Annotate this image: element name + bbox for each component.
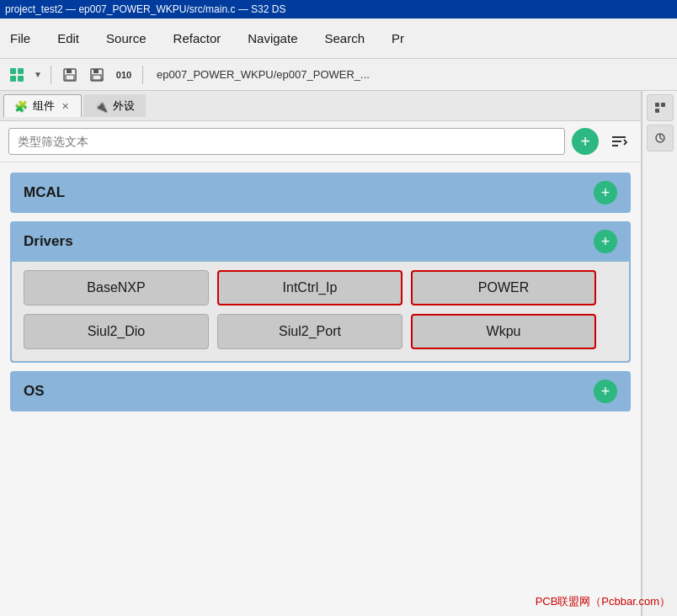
tab-peripherals[interactable]: 🔌 外设 (83, 94, 146, 117)
right-panel-icon-1[interactable] (647, 94, 674, 121)
right-panel (642, 91, 677, 616)
svg-text:+: + (100, 77, 104, 82)
component-siul2-port[interactable]: Siul2_Port (217, 314, 402, 349)
left-panel: 🧩 组件 ✕ 🔌 外设 + (0, 91, 642, 616)
svg-rect-15 (661, 103, 665, 107)
menu-bar: File Edit Source Refactor Navigate Searc… (0, 19, 677, 59)
save-as-icon[interactable]: + (85, 63, 109, 87)
svg-rect-0 (10, 68, 16, 74)
title-bar: project_test2 — ep007_POWER_WKPU/src/mai… (0, 0, 677, 19)
category-mcal-header: MCAL + (10, 173, 631, 213)
category-mcal-add[interactable]: + (594, 181, 617, 204)
menu-search[interactable]: Search (321, 28, 368, 49)
category-os-label: OS (24, 383, 45, 400)
category-os-header: OS + (10, 371, 631, 412)
component-basenxp[interactable]: BaseNXP (24, 270, 209, 305)
category-drivers-label: Drivers (24, 233, 73, 250)
category-drivers-items: BaseNXP IntCtrl_Ip POWER Siul2_Dio Siul2… (12, 262, 629, 361)
menu-pr[interactable]: Pr (388, 28, 408, 49)
component-siul2-dio[interactable]: Siul2_Dio (24, 314, 209, 349)
component-icon[interactable] (5, 63, 29, 87)
component-intctrl-ip[interactable]: IntCtrl_Ip (217, 270, 402, 305)
category-mcal: MCAL + (10, 173, 631, 213)
category-drivers-add[interactable]: + (594, 230, 617, 253)
toolbar: ▼ + 010 ep007_POWER_WKPU/ep007_POWER_... (0, 59, 677, 91)
menu-file[interactable]: File (7, 28, 34, 49)
menu-navigate[interactable]: Navigate (244, 28, 301, 49)
svg-rect-14 (655, 103, 659, 107)
svg-rect-1 (18, 68, 24, 74)
main-area: 🧩 组件 ✕ 🔌 外设 + (0, 91, 677, 616)
svg-rect-6 (66, 75, 74, 80)
sort-button[interactable] (605, 128, 632, 155)
svg-rect-2 (10, 76, 16, 82)
title-text: project_test2 — ep007_POWER_WKPU/src/mai… (5, 3, 285, 15)
toolbar-path: ep007_POWER_WKPU/ep007_POWER_... (157, 68, 370, 81)
dropdown-arrow-icon[interactable]: ▼ (32, 63, 44, 87)
category-mcal-label: MCAL (24, 184, 65, 201)
filter-input[interactable] (8, 128, 565, 155)
menu-edit[interactable]: Edit (54, 28, 83, 49)
svg-rect-3 (18, 76, 24, 82)
category-drivers: Drivers + BaseNXP IntCtrl_Ip POWER Siul2… (10, 221, 631, 363)
tab-components-close[interactable]: ✕ (60, 100, 71, 113)
save-icon[interactable] (58, 63, 82, 87)
tab-peripherals-icon: 🔌 (94, 100, 108, 113)
category-os-add[interactable]: + (594, 380, 617, 403)
tabs-bar: 🧩 组件 ✕ 🔌 外设 (0, 91, 641, 121)
tab-components[interactable]: 🧩 组件 ✕ (3, 94, 82, 117)
menu-refactor[interactable]: Refactor (170, 28, 225, 49)
add-button[interactable]: + (572, 128, 599, 155)
tab-components-label: 组件 (33, 98, 55, 114)
svg-line-19 (660, 138, 663, 140)
toolbar-separator-2 (142, 66, 143, 84)
svg-rect-16 (655, 109, 659, 113)
category-drivers-header: Drivers + (10, 221, 631, 262)
svg-rect-8 (93, 69, 99, 73)
component-power[interactable]: POWER (411, 270, 596, 305)
right-panel-icon-2[interactable] (647, 125, 674, 151)
category-os: OS + (10, 371, 631, 412)
binary-icon[interactable]: 010 (112, 63, 136, 87)
component-wkpu[interactable]: Wkpu (411, 314, 596, 349)
tab-components-icon: 🧩 (14, 100, 28, 113)
tab-peripherals-label: 外设 (113, 98, 135, 114)
filter-bar: + (0, 121, 641, 162)
toolbar-separator (51, 66, 51, 84)
watermark: PCB联盟网（Pcbbar.com） (536, 594, 670, 609)
menu-source[interactable]: Source (103, 28, 150, 49)
svg-rect-5 (67, 69, 72, 73)
component-area: MCAL + Drivers + BaseNXP IntCtrl_Ip POWE… (0, 162, 641, 616)
